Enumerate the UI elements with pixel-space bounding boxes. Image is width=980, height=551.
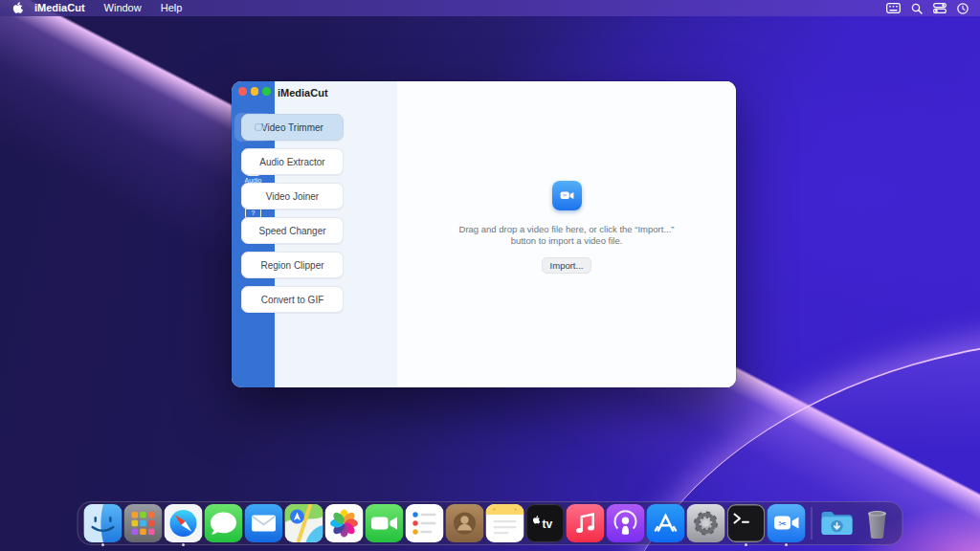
camera-icon xyxy=(255,122,266,134)
tool-button-audio-extractor[interactable]: Audio Extractor xyxy=(241,148,344,175)
tool-button-label: Convert to GIF xyxy=(261,295,324,305)
dock: tv ✂ xyxy=(78,501,903,545)
tool-button-label: Video Joiner xyxy=(266,191,319,202)
window-title: iMediaCut xyxy=(278,87,328,99)
keyboard-icon[interactable] xyxy=(886,3,901,13)
control-center-icon[interactable] xyxy=(933,3,947,13)
search-icon[interactable] xyxy=(911,3,923,14)
dock-app-store-icon[interactable] xyxy=(647,504,685,542)
dock-notes-icon[interactable] xyxy=(486,504,524,542)
dock-facetime-icon[interactable] xyxy=(366,504,404,542)
tool-button-label: Region Clipper xyxy=(260,260,323,271)
dock-terminal-icon[interactable] xyxy=(727,504,766,542)
dock-photos-icon[interactable] xyxy=(325,504,364,542)
menu-item-window[interactable]: Window xyxy=(95,0,151,16)
svg-text:tv: tv xyxy=(543,518,553,531)
menu-bar: iMediaCut Window Help xyxy=(0,0,980,16)
tool-button-label: Speed Changer xyxy=(258,226,325,236)
dock-safari-icon[interactable] xyxy=(165,504,203,542)
dock-messages-icon[interactable] xyxy=(205,504,243,542)
tool-button-region-clipper[interactable]: Region Clipper xyxy=(241,252,344,278)
imediacut-window: Video ♪ Audio ? Help iMediaCut Video Tri… xyxy=(232,81,736,387)
menu-item-help[interactable]: Help xyxy=(151,0,192,16)
apple-menu-icon[interactable] xyxy=(12,2,23,14)
dock-imediacut-icon[interactable]: ✂ xyxy=(768,504,806,542)
dock-mail-icon[interactable] xyxy=(245,504,283,542)
import-button[interactable]: Import... xyxy=(542,257,591,274)
svg-text:✂: ✂ xyxy=(778,518,786,529)
tool-button-video-joiner[interactable]: Video Joiner xyxy=(241,183,344,209)
dock-podcasts-icon[interactable] xyxy=(607,504,645,542)
video-camera-app-icon: ✂ xyxy=(552,181,582,210)
dock-maps-icon[interactable] xyxy=(285,504,323,542)
main-content: ✂ Drag and drop a video file here, or cl… xyxy=(397,81,736,387)
clock-icon[interactable] xyxy=(957,3,969,14)
drop-instructions: Drag and drop a video file here, or clic… xyxy=(459,224,675,246)
dock-system-settings-icon[interactable] xyxy=(687,504,725,542)
minimize-button[interactable] xyxy=(251,87,259,96)
tool-button-label: Audio Extractor xyxy=(259,157,324,167)
close-button[interactable] xyxy=(238,87,247,96)
dock-launchpad-icon[interactable] xyxy=(124,504,163,542)
tool-button-speed-changer[interactable]: Speed Changer xyxy=(241,217,344,244)
svg-text:✂: ✂ xyxy=(562,192,567,198)
tool-button-video-trimmer[interactable]: Video Trimmer xyxy=(241,114,344,141)
dock-apple-tv-icon[interactable]: tv xyxy=(526,504,565,542)
dock-reminders-icon[interactable] xyxy=(406,504,444,542)
dock-finder-icon[interactable] xyxy=(84,504,122,542)
menu-item-app[interactable]: iMediaCut xyxy=(34,0,95,16)
dock-separator xyxy=(812,507,813,540)
zoom-button[interactable] xyxy=(262,87,271,96)
tool-button-convert-to-gif[interactable]: Convert to GIF xyxy=(241,286,344,313)
dock-downloads-icon[interactable] xyxy=(818,504,857,542)
dock-contacts-icon[interactable] xyxy=(446,504,484,542)
tool-button-label: Video Trimmer xyxy=(261,122,323,133)
video-drop-zone[interactable]: ✂ Drag and drop a video file here, or cl… xyxy=(397,181,736,274)
dock-music-icon[interactable] xyxy=(567,504,605,542)
traffic-lights xyxy=(238,87,271,96)
dock-trash-icon[interactable] xyxy=(858,504,897,542)
